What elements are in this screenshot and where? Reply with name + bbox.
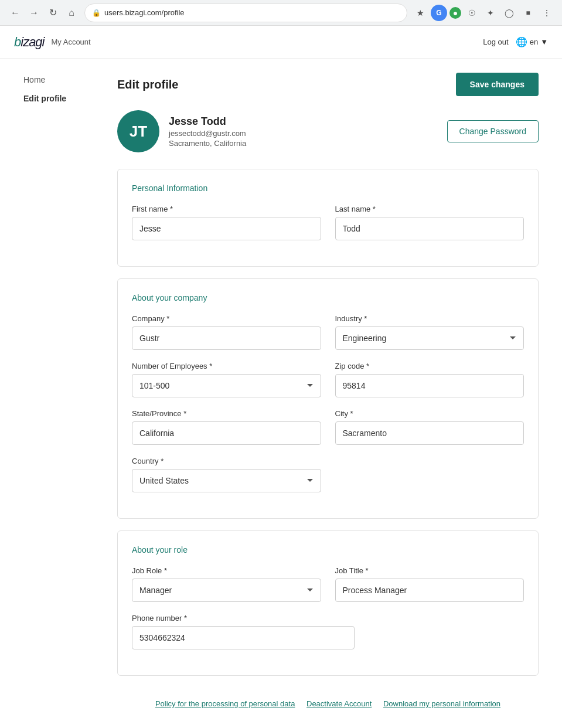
name-row: First name * Last name * xyxy=(132,205,524,240)
personal-info-card: Personal Information First name * Last n… xyxy=(117,169,539,267)
back-button[interactable]: ← xyxy=(7,5,23,21)
my-account-label: My Account xyxy=(52,38,91,46)
country-select[interactable]: United States Canada Mexico United Kingd… xyxy=(132,469,321,492)
profile-email: jessectodd@gustr.com xyxy=(169,129,246,138)
employees-select[interactable]: 1-10 11-50 51-100 101-500 501-1000 1000+ xyxy=(132,374,321,397)
logo: bizagi xyxy=(14,35,45,50)
employees-label: Number of Employees * xyxy=(132,362,321,370)
deactivate-link[interactable]: Deactivate Account xyxy=(306,699,372,708)
phone-group: Phone number * xyxy=(132,614,524,649)
job-role-select[interactable]: Manager Developer Analyst Director Other xyxy=(132,579,321,602)
last-name-input[interactable] xyxy=(335,217,524,240)
industry-select[interactable]: Engineering Technology Finance Healthcar… xyxy=(335,326,524,350)
company-info-card: About your company Company * Industry * … xyxy=(117,278,539,519)
role-title-row: Job Role * Manager Developer Analyst Dir… xyxy=(132,566,524,602)
address-bar[interactable]: 🔒 users.bizagi.com/profile xyxy=(84,4,407,22)
industry-label: Industry * xyxy=(335,314,524,323)
profile-left: JT Jesse Todd jessectodd@gustr.com Sacra… xyxy=(117,110,246,152)
job-role-label: Job Role * xyxy=(132,566,321,575)
save-changes-button[interactable]: Save changes xyxy=(456,73,539,96)
state-group: State/Province * xyxy=(132,409,321,445)
logo-area: bizagi My Account xyxy=(14,35,91,50)
employees-group: Number of Employees * 1-10 11-50 51-100 … xyxy=(132,362,321,397)
content-header: Edit profile Save changes xyxy=(117,73,539,96)
more-menu-button[interactable]: ⋮ xyxy=(539,5,555,21)
company-industry-row: Company * Industry * Engineering Technol… xyxy=(132,314,524,350)
last-name-label: Last name * xyxy=(335,205,524,213)
browser-actions: ★ G ● ☉ ✦ ◯ ■ ⋮ xyxy=(412,5,555,21)
extension-dropbox-icon[interactable]: ✦ xyxy=(482,5,499,21)
lang-selector[interactable]: 🌐 en ▼ xyxy=(516,36,548,47)
url-text: users.bizagi.com/profile xyxy=(104,8,185,17)
state-input[interactable] xyxy=(132,421,321,445)
company-input[interactable] xyxy=(132,326,321,350)
extension-green-icon[interactable]: ● xyxy=(449,7,461,19)
phone-label: Phone number * xyxy=(132,614,524,622)
job-title-group: Job Title * xyxy=(335,566,524,602)
extension-circle-icon[interactable]: ◯ xyxy=(501,5,517,21)
zip-group: Zip code * xyxy=(335,362,524,397)
browser-nav: ← → ↻ ⌂ xyxy=(7,5,80,21)
globe-icon: 🌐 xyxy=(516,36,527,47)
job-title-input[interactable] xyxy=(335,579,524,602)
industry-group: Industry * Engineering Technology Financ… xyxy=(335,314,524,350)
first-name-group: First name * xyxy=(132,205,321,240)
logout-button[interactable]: Log out xyxy=(483,38,508,46)
home-button[interactable]: ⌂ xyxy=(63,5,80,21)
sidebar-item-edit-profile[interactable]: Edit profile xyxy=(23,91,94,106)
state-label: State/Province * xyxy=(132,409,321,418)
country-label: Country * xyxy=(132,457,321,465)
profile-location: Sacramento, California xyxy=(169,139,246,148)
phone-row: Phone number * xyxy=(132,614,524,649)
company-group: Company * xyxy=(132,314,321,350)
state-city-row: State/Province * City * xyxy=(132,409,524,445)
change-password-button[interactable]: Change Password xyxy=(447,120,539,142)
company-label: Company * xyxy=(132,314,321,323)
city-group: City * xyxy=(335,409,524,445)
zip-input[interactable] xyxy=(335,374,524,397)
extension-square-icon[interactable]: ■ xyxy=(520,5,536,21)
job-title-label: Job Title * xyxy=(335,566,524,575)
policy-link[interactable]: Policy for the processing of personal da… xyxy=(155,699,295,708)
extension-g-icon[interactable]: G xyxy=(431,5,447,21)
browser-chrome: ← → ↻ ⌂ 🔒 users.bizagi.com/profile ★ G ●… xyxy=(0,0,562,26)
company-info-title: About your company xyxy=(132,293,524,302)
sidebar: Home Edit profile xyxy=(23,73,94,720)
last-name-group: Last name * xyxy=(335,205,524,240)
lang-label: en xyxy=(530,38,538,46)
profile-row: JT Jesse Todd jessectodd@gustr.com Sacra… xyxy=(117,110,539,152)
lang-chevron-icon: ▼ xyxy=(540,38,548,46)
download-link[interactable]: Download my personal information xyxy=(383,699,500,708)
zip-label: Zip code * xyxy=(335,362,524,370)
header-right: Log out 🌐 en ▼ xyxy=(483,36,548,47)
first-name-input[interactable] xyxy=(132,217,321,240)
page-title: Edit profile xyxy=(117,78,178,91)
profile-name: Jesse Todd xyxy=(169,115,246,128)
forward-button[interactable]: → xyxy=(26,5,42,21)
country-group: Country * United States Canada Mexico Un… xyxy=(132,457,321,492)
sidebar-item-home[interactable]: Home xyxy=(23,73,94,87)
footer-links: Policy for the processing of personal da… xyxy=(117,688,539,720)
job-role-group: Job Role * Manager Developer Analyst Dir… xyxy=(132,566,321,602)
main-container: Home Edit profile Edit profile Save chan… xyxy=(0,59,562,728)
profile-info: Jesse Todd jessectodd@gustr.com Sacramen… xyxy=(169,115,246,148)
city-input[interactable] xyxy=(335,421,524,445)
role-info-card: About your role Job Role * Manager Devel… xyxy=(117,530,539,676)
role-info-title: About your role xyxy=(132,545,524,554)
lock-icon: 🔒 xyxy=(92,9,101,17)
employees-zip-row: Number of Employees * 1-10 11-50 51-100 … xyxy=(132,362,524,397)
first-name-label: First name * xyxy=(132,205,321,213)
country-row: Country * United States Canada Mexico Un… xyxy=(132,457,524,492)
bookmark-icon[interactable]: ★ xyxy=(412,5,428,21)
avatar: JT xyxy=(117,110,159,152)
reload-button[interactable]: ↻ xyxy=(45,5,61,21)
country-placeholder xyxy=(335,457,524,492)
content: Edit profile Save changes JT Jesse Todd … xyxy=(117,73,539,720)
extension-shield-icon[interactable]: ☉ xyxy=(464,5,480,21)
city-label: City * xyxy=(335,409,524,418)
personal-info-title: Personal Information xyxy=(132,183,524,193)
app-header: bizagi My Account Log out 🌐 en ▼ xyxy=(0,26,562,59)
phone-input[interactable] xyxy=(132,626,355,649)
